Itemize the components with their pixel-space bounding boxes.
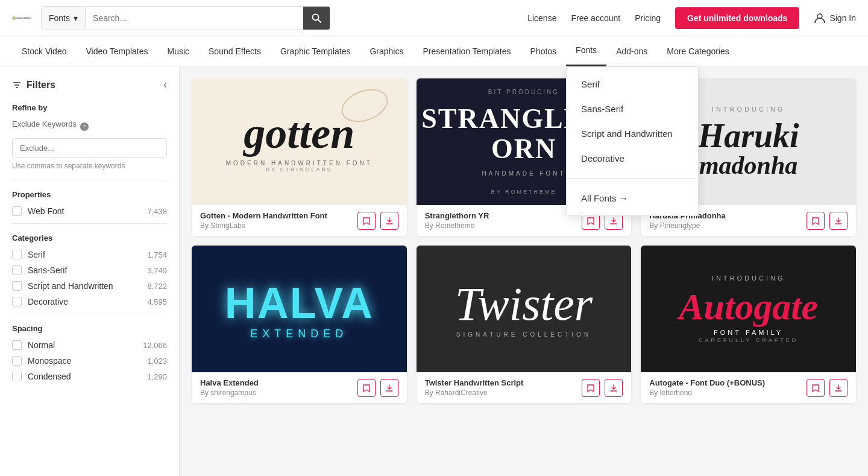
harukia-bookmark-button[interactable]	[807, 212, 825, 230]
card-halva-title: Halva Extended	[200, 378, 357, 387]
download-icon	[609, 384, 618, 392]
sign-in-button[interactable]: Sign In	[814, 12, 856, 24]
nav-item-stock-video[interactable]: Stock Video	[12, 36, 76, 66]
card-gotten-author: By StringLabs	[200, 221, 357, 230]
user-icon	[814, 12, 826, 24]
card-gotten-title: Gotten - Modern Handwritten Font	[200, 211, 357, 220]
web-font-label: Web Font	[28, 206, 141, 216]
svg-text:envato elements: envato elements	[16, 17, 31, 19]
nav-item-add-ons[interactable]: Add-ons	[606, 36, 657, 66]
card-autogate-preview[interactable]: INTRODUCING Autogate FONT FAMILY CAREFUL…	[641, 246, 856, 372]
card-autogate-actions	[807, 379, 848, 397]
header: envato elements Fonts ▾ License Free acc…	[0, 0, 868, 36]
gotten-bookmark-button[interactable]	[357, 212, 376, 230]
search-input[interactable]	[86, 7, 303, 30]
condensed-checkbox[interactable]	[12, 372, 22, 381]
nav-item-graphics[interactable]: Graphics	[360, 36, 413, 66]
filter-web-font: Web Font 7,438	[12, 206, 167, 216]
get-unlimited-downloads-button[interactable]: Get unlimited downloads	[675, 7, 799, 29]
halva-download-button[interactable]	[380, 379, 398, 397]
harukia-download-button[interactable]	[829, 212, 848, 230]
normal-count: 12,066	[143, 341, 167, 350]
autogate-download-button[interactable]	[829, 379, 848, 397]
sans-serif-count: 3,749	[147, 266, 167, 275]
dropdown-item-serif[interactable]: Serif	[567, 72, 698, 97]
script-handwritten-count: 8,722	[147, 282, 167, 291]
nav-item-more-categories[interactable]: More Categories	[657, 36, 739, 66]
filters-icon	[12, 80, 22, 90]
card-twister-author: By RahardiCreative	[425, 389, 582, 397]
pricing-link[interactable]: Pricing	[635, 13, 661, 23]
envato-logo-icon: envato elements	[12, 8, 31, 28]
nav-item-fonts[interactable]: Fonts	[566, 36, 606, 66]
search-bar: Fonts ▾	[41, 6, 330, 30]
script-handwritten-label: Script and Handwritten	[28, 281, 141, 291]
download-icon	[834, 217, 843, 225]
decorative-checkbox[interactable]	[12, 297, 22, 306]
card-gotten: gotten MODERN HANDWRITTEN FONT BY STRING…	[192, 78, 407, 236]
normal-checkbox[interactable]	[12, 340, 22, 350]
filter-decorative: Decorative 4,595	[12, 297, 167, 306]
script-handwritten-checkbox[interactable]	[12, 281, 22, 291]
card-halva-author: By shirongampus	[200, 389, 357, 397]
nav-fonts-wrapper: Fonts Serif Sans-Serif Script and Handwr…	[566, 36, 606, 66]
gotten-download-button[interactable]	[380, 212, 398, 230]
card-twister-footer: Twister Handwritten Script By RahardiCre…	[417, 372, 632, 403]
twister-bookmark-button[interactable]	[582, 379, 600, 397]
filter-sans-serif: Sans-Serif 3,749	[12, 265, 167, 275]
card-gotten-footer: Gotten - Modern Handwritten Font By Stri…	[192, 205, 407, 236]
collapse-sidebar-button[interactable]: ‹	[163, 78, 167, 91]
dropdown-item-sans-serif[interactable]: Sans-Serif	[567, 97, 698, 121]
exclude-keywords-input[interactable]	[12, 138, 167, 158]
content-grid-area: gotten MODERN HANDWRITTEN FONT BY STRING…	[180, 66, 868, 476]
download-icon	[834, 384, 843, 392]
card-stranglethorn-info: Stranglethorn YR By Rometheme	[425, 211, 582, 230]
sans-serif-checkbox[interactable]	[12, 265, 22, 275]
nav-item-photos[interactable]: Photos	[521, 36, 567, 66]
filter-normal: Normal 12,066	[12, 340, 167, 350]
card-gotten-actions	[357, 212, 398, 230]
dropdown-item-all-fonts[interactable]: All Fonts →	[567, 186, 698, 211]
bookmark-icon	[587, 217, 595, 225]
filter-script-handwritten: Script and Handwritten 8,722	[12, 281, 167, 291]
card-gotten-preview[interactable]: gotten MODERN HANDWRITTEN FONT BY STRING…	[192, 78, 407, 205]
logo[interactable]: envato elements	[12, 8, 31, 28]
nav-bar: Stock Video Video Templates Music Sound …	[0, 36, 868, 66]
twister-download-button[interactable]	[605, 379, 623, 397]
card-halva-preview[interactable]: HALVA EXTENDED	[192, 246, 407, 372]
help-icon: ?	[80, 122, 89, 131]
card-gotten-info: Gotten - Modern Handwritten Font By Stri…	[200, 211, 357, 230]
nav-item-graphic-templates[interactable]: Graphic Templates	[271, 36, 360, 66]
decorative-label: Decorative	[28, 297, 141, 306]
free-account-link[interactable]: Free account	[571, 13, 620, 23]
card-twister: Twister SIGNATURE COLLECTION Twister Han…	[417, 246, 632, 403]
bookmark-icon	[362, 217, 371, 225]
download-icon	[609, 217, 618, 225]
condensed-label: Condensed	[28, 372, 141, 381]
nav-item-music[interactable]: Music	[157, 36, 199, 66]
card-autogate-title: Autogate - Font Duo (+BONUS)	[649, 378, 807, 387]
card-halva-info: Halva Extended By shirongampus	[200, 378, 357, 397]
categories-label: Categories	[12, 233, 167, 243]
search-icon	[312, 13, 321, 23]
autogate-bookmark-button[interactable]	[807, 379, 825, 397]
nav-item-video-templates[interactable]: Video Templates	[76, 36, 157, 66]
web-font-checkbox[interactable]	[12, 206, 22, 216]
license-link[interactable]: License	[527, 13, 556, 23]
bookmark-icon	[811, 217, 820, 225]
dropdown-item-script-handwritten[interactable]: Script and Handwritten	[567, 121, 698, 146]
nav-item-presentation-templates[interactable]: Presentation Templates	[413, 36, 520, 66]
normal-label: Normal	[28, 340, 137, 350]
card-twister-preview[interactable]: Twister SIGNATURE COLLECTION	[417, 246, 632, 372]
search-button[interactable]	[303, 7, 330, 30]
halva-bookmark-button[interactable]	[357, 379, 376, 397]
serif-checkbox[interactable]	[12, 250, 22, 259]
download-icon	[385, 384, 394, 392]
decorative-count: 4,595	[147, 297, 167, 306]
properties-label: Properties	[12, 190, 167, 199]
monospace-checkbox[interactable]	[12, 356, 22, 366]
dropdown-item-decorative[interactable]: Decorative	[567, 146, 698, 171]
spacing-label: Spacing	[12, 324, 167, 333]
search-category-dropdown[interactable]: Fonts ▾	[42, 7, 86, 30]
nav-item-sound-effects[interactable]: Sound Effects	[199, 36, 271, 66]
